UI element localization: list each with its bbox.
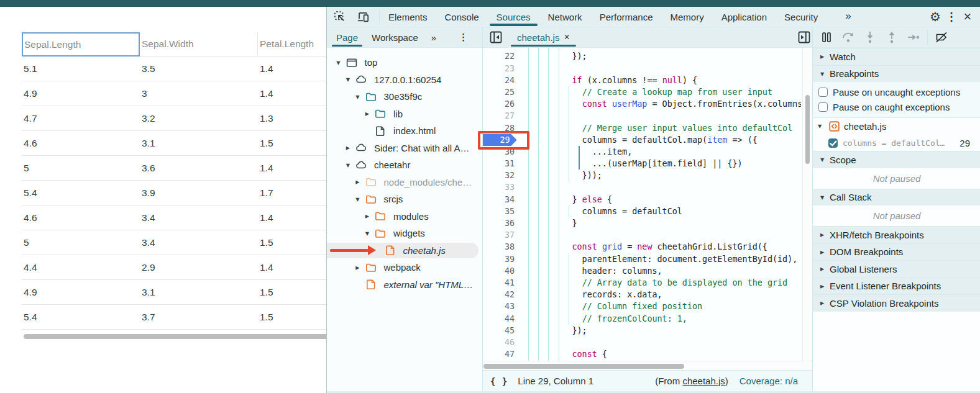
tree-item-sider-chat-with-all-a-[interactable]: ▸Sider: Chat with all A… <box>327 140 482 157</box>
line-number[interactable]: 35 <box>482 206 515 217</box>
sidebar-section-csp-violation-breakpoints[interactable]: ▸CSP Violation Breakpoints <box>813 294 980 312</box>
editor-horizontal-scrollbar[interactable] <box>482 361 812 370</box>
step-out-icon[interactable] <box>884 29 900 45</box>
navigator-tab-page[interactable]: Page <box>329 27 365 47</box>
source-file-link[interactable]: cheetah.js <box>682 376 725 386</box>
sidebar-section-event-listener-breakpoints[interactable]: ▸Event Listener Breakpoints <box>813 278 980 295</box>
grid-cell[interactable]: 1.5 <box>258 280 326 304</box>
grid-cell[interactable]: 5.1 <box>22 56 140 81</box>
editor-vertical-scroll-thumb[interactable] <box>805 95 810 164</box>
editor-vertical-scrollbar[interactable] <box>802 48 812 361</box>
section-expand-arrow[interactable]: ▸ <box>820 282 827 291</box>
tree-item-lib[interactable]: ▸lib <box>327 106 482 123</box>
breakpoint-checkbox[interactable] <box>828 138 838 148</box>
grid-cell[interactable]: 4.6 <box>22 131 140 155</box>
breakpoint-entry[interactable]: columns = defaultCol…29 <box>813 135 980 151</box>
grid-cell[interactable]: 3.1 <box>140 131 258 155</box>
grid-cell[interactable]: 3.5 <box>140 56 258 81</box>
tree-item-external-var-html-[interactable]: external var "HTML… <box>327 276 482 294</box>
tab-cheetah-js[interactable]: cheetah.js × <box>511 27 576 47</box>
tree-expand-arrow[interactable]: ▸ <box>355 264 361 272</box>
line-number[interactable]: 40 <box>482 265 515 277</box>
grid-cell[interactable]: 3.1 <box>140 280 258 304</box>
tree-item-widgets[interactable]: ▾widgets <box>327 225 482 242</box>
close-devtools-icon[interactable]: × <box>959 9 976 25</box>
grid-header-cell[interactable]: Sepal.Length <box>22 32 140 56</box>
line-number[interactable]: 32 <box>482 169 515 181</box>
coverage-link[interactable]: Coverage: n/a <box>740 376 798 386</box>
tab-close-icon[interactable]: × <box>564 32 569 43</box>
grid-cell[interactable]: 1.5 <box>258 230 326 255</box>
editor-horizontal-scroll-thumb[interactable] <box>483 364 684 369</box>
line-number[interactable]: 39 <box>482 253 515 265</box>
tree-item-cheetahr[interactable]: ▾cheetahr <box>327 156 482 174</box>
grid-cell[interactable]: 1.4 <box>258 56 326 81</box>
step-over-icon[interactable] <box>840 29 856 45</box>
pause-option-row[interactable]: Pause on caught exceptions <box>813 99 980 114</box>
checkbox[interactable] <box>818 102 828 112</box>
sidebar-section-xhr-fetch-breakpoints[interactable]: ▸XHR/fetch Breakpoints <box>813 226 980 243</box>
grid-cell[interactable]: 3.4 <box>140 206 258 230</box>
grid-header-cell[interactable]: Sepal.Width <box>140 32 258 56</box>
collapse-navigator-icon[interactable] <box>488 29 504 45</box>
section-expand-arrow[interactable]: ▸ <box>820 231 827 239</box>
section-expand-arrow[interactable]: ▾ <box>820 156 827 164</box>
tab-console[interactable]: Console <box>436 7 488 27</box>
tree-item-127.0.0.1-60254[interactable]: ▾127.0.0.1:60254 <box>327 71 482 89</box>
grid-cell[interactable]: 1.4 <box>258 206 326 230</box>
line-number[interactable]: 33 <box>482 181 515 193</box>
line-number[interactable]: 41 <box>482 277 515 289</box>
line-number[interactable]: 43 <box>482 300 515 312</box>
grid-cell[interactable]: 1.5 <box>258 131 326 155</box>
code-editor[interactable]: 2223242526272829303132333435363738394041… <box>482 48 812 370</box>
grid-cell[interactable]: 1.4 <box>258 255 326 279</box>
tree-expand-arrow[interactable]: ▸ <box>355 178 361 186</box>
line-number[interactable]: 31 <box>482 158 515 169</box>
deactivate-breakpoints-icon[interactable] <box>933 29 950 45</box>
pause-script-icon[interactable] <box>818 29 835 45</box>
line-number[interactable]: 45 <box>482 325 515 337</box>
line-number[interactable]: 38 <box>482 241 515 253</box>
tab-application[interactable]: Application <box>713 7 776 27</box>
line-number[interactable]: 22 <box>482 50 515 62</box>
tab-network[interactable]: Network <box>539 7 591 27</box>
grid-cell[interactable]: 5.4 <box>22 305 140 329</box>
grid-cell[interactable]: 3.2 <box>140 106 258 130</box>
pause-option-row[interactable]: Pause on uncaught exceptions <box>813 84 980 99</box>
grid-cell[interactable]: 3 <box>140 81 258 106</box>
grid-cell[interactable]: 5 <box>22 230 140 255</box>
navigator-more-tabs-icon[interactable]: » <box>425 32 442 43</box>
grid-cell[interactable]: 5 <box>22 156 140 180</box>
line-number-gutter[interactable]: 2223242526272829303132333435363738394041… <box>482 50 515 360</box>
section-expand-arrow[interactable]: ▸ <box>820 248 827 256</box>
grid-cell[interactable]: 1.4 <box>258 156 326 180</box>
sidebar-section-scope[interactable]: ▾Scope <box>813 151 980 168</box>
grid-cell[interactable]: 4.9 <box>22 81 140 106</box>
grid-cell[interactable]: 3.4 <box>140 230 258 255</box>
iris-data-grid[interactable]: Sepal.LengthSepal.WidthPetal.Length5.13.… <box>22 32 326 330</box>
sidebar-section-call-stack[interactable]: ▾Call Stack <box>813 189 980 206</box>
grid-cell[interactable]: 2.9 <box>140 255 258 279</box>
code-content[interactable]: }); if (x.columns !== null) { // Create … <box>532 50 801 360</box>
kebab-menu-icon[interactable]: ⋮ <box>943 9 959 25</box>
line-number[interactable]: 23 <box>482 63 515 75</box>
line-number[interactable]: 24 <box>482 75 515 86</box>
tree-expand-arrow[interactable]: ▾ <box>355 196 361 204</box>
navigator-kebab-icon[interactable]: ⋮ <box>454 32 473 43</box>
line-number[interactable]: 34 <box>482 194 515 206</box>
tab-elements[interactable]: Elements <box>380 7 436 27</box>
group-expand-arrow[interactable]: ▾ <box>818 122 825 130</box>
tree-item-30e35f9c[interactable]: ▾30e35f9c <box>327 88 482 106</box>
tree-expand-arrow[interactable]: ▾ <box>345 161 351 169</box>
grid-cell[interactable]: 3.6 <box>140 156 258 180</box>
step-icon[interactable] <box>905 29 922 45</box>
grid-cell[interactable]: 1.5 <box>258 305 326 329</box>
tree-item-modules[interactable]: ▸modules <box>327 208 482 225</box>
line-number[interactable]: 27 <box>482 110 515 122</box>
grid-cell[interactable]: 1.7 <box>258 181 326 205</box>
tree-expand-arrow[interactable]: ▸ <box>364 110 370 118</box>
step-into-icon[interactable] <box>862 29 878 45</box>
grid-cell[interactable]: 5.4 <box>22 181 140 205</box>
settings-gear-icon[interactable]: ⚙ <box>927 9 943 25</box>
tree-item-index.html[interactable]: index.html <box>327 122 482 140</box>
